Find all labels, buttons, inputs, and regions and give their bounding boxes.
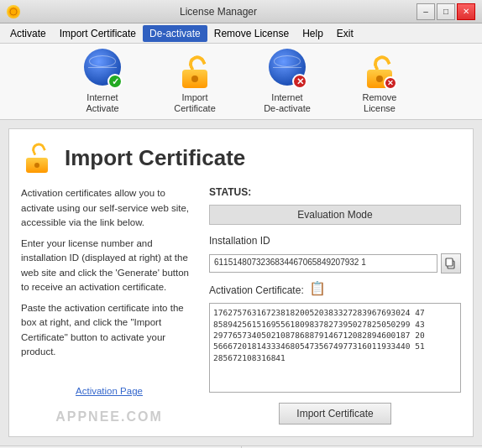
- toolbar-remove-license-label: RemoveLicense: [363, 92, 397, 114]
- internet-deactivate-icon: ✕: [267, 49, 307, 89]
- watermark: APPNEE.COM: [21, 409, 197, 425]
- toolbar-internet-deactivate[interactable]: ✕ InternetDe-activate: [258, 49, 317, 114]
- svg-rect-3: [446, 258, 453, 266]
- import-certificate-button[interactable]: Import Certificate: [279, 403, 390, 425]
- minimize-button[interactable]: –: [417, 3, 435, 20]
- panel-lock-icon: [21, 141, 55, 175]
- activation-page-link[interactable]: Activation Page: [21, 386, 197, 396]
- internet-activate-icon: ✓: [82, 49, 123, 89]
- menu-bar: Activate Import Certificate De-activate …: [0, 23, 482, 44]
- installation-id-field: 6115148073236834467065849207932 1: [209, 254, 437, 273]
- status-label: STATUS:: [209, 186, 461, 198]
- remove-license-icon: ✕: [359, 49, 400, 89]
- panel-title: Import Certificate: [65, 145, 245, 171]
- menu-deactivate[interactable]: De-activate: [143, 25, 207, 42]
- app-icon: [7, 5, 20, 18]
- toolbar-remove-license[interactable]: ✕ RemoveLicense: [350, 49, 409, 114]
- description-1: Activation certificates allow you to act…: [21, 186, 197, 230]
- cert-label-row: Activation Certificate: 📋: [209, 280, 461, 296]
- description-2: Enter your license number and installati…: [21, 237, 197, 294]
- toolbar-internet-activate-label: InternetActivate: [86, 92, 118, 114]
- import-certificate-icon: [175, 49, 215, 89]
- toolbar: ✓ InternetActivate ImportCertificate: [0, 44, 482, 120]
- panel-body: Activation certificates allow you to act…: [21, 186, 461, 425]
- left-panel: Activation certificates allow you to act…: [21, 186, 197, 425]
- maximize-button[interactable]: □: [437, 3, 455, 20]
- installation-id-row: 6115148073236834467065849207932 1: [209, 253, 461, 273]
- right-panel: STATUS: Evaluation Mode Installation ID …: [209, 186, 461, 425]
- activation-cert-label: Activation Certificate:: [209, 284, 304, 296]
- installation-id-label: Installation ID: [209, 235, 461, 247]
- status-value: Evaluation Mode: [209, 205, 461, 225]
- menu-activate[interactable]: Activate: [3, 25, 53, 42]
- toolbar-internet-activate[interactable]: ✓ InternetActivate: [73, 49, 132, 114]
- toolbar-import-cert-label: ImportCertificate: [174, 92, 216, 114]
- activation-cert-textarea[interactable]: [209, 303, 461, 393]
- main-content: Import Certificate Activation certificat…: [0, 120, 482, 445]
- window-title: License Manager: [20, 6, 417, 18]
- close-button[interactable]: ✕: [457, 3, 475, 20]
- toolbar-import-certificate[interactable]: ImportCertificate: [165, 49, 224, 114]
- panel-header: Import Certificate: [21, 141, 461, 175]
- description-3: Paste the activation certificate into th…: [21, 301, 197, 359]
- copy-installation-id-button[interactable]: [441, 253, 461, 273]
- menu-remove-license[interactable]: Remove License: [207, 25, 296, 42]
- title-bar: License Manager – □ ✕: [0, 0, 482, 23]
- window-controls[interactable]: – □ ✕: [417, 3, 475, 20]
- cert-paste-icon[interactable]: 📋: [309, 280, 326, 296]
- menu-exit[interactable]: Exit: [330, 25, 360, 42]
- menu-help[interactable]: Help: [296, 25, 330, 42]
- menu-import-certificate[interactable]: Import Certificate: [53, 25, 143, 42]
- content-panel: Import Certificate Activation certificat…: [8, 128, 474, 437]
- toolbar-internet-deactivate-label: InternetDe-activate: [264, 92, 311, 114]
